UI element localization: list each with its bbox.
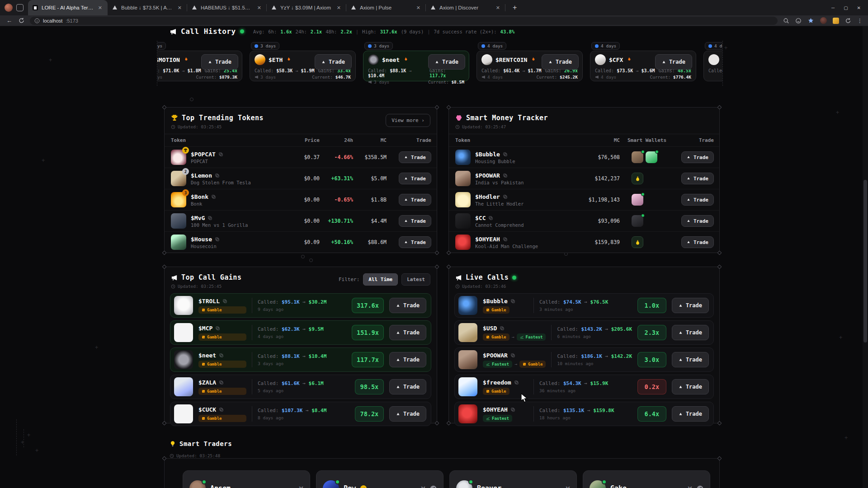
trade-button[interactable]: Trade bbox=[681, 194, 714, 206]
copy-icon[interactable] bbox=[222, 299, 227, 304]
table-row[interactable]: 3 $Bonk Bonk $0.00 -0.65% $1.8B Trade bbox=[165, 189, 437, 210]
trade-button[interactable]: Trade bbox=[672, 406, 709, 422]
live-call-row[interactable]: $USD Gamble → Fastest Called: $143.2K → … bbox=[454, 320, 714, 345]
table-row[interactable]: $POPCAT POPCAT $0.37 -4.66% $358.5M Trad… bbox=[165, 146, 437, 168]
copy-icon[interactable] bbox=[488, 216, 493, 221]
trade-button[interactable]: Trade bbox=[389, 325, 426, 340]
live-call-row[interactable]: $OHYEAH Fastest Called: $135.1K → $159.8… bbox=[454, 402, 714, 426]
moneybag-wallet-icon[interactable] bbox=[632, 173, 643, 184]
tab-lore-terminal[interactable]: LORE - AI Alpha Terminal ✕ bbox=[28, 0, 108, 15]
call-gain-row[interactable]: $TROLL Gamble Called: $95.1K → $30.2M 9 … bbox=[170, 293, 431, 318]
filter-all-time[interactable]: All Time bbox=[363, 273, 398, 286]
trade-button[interactable]: Trade bbox=[389, 406, 426, 422]
trade-button[interactable]: Trade bbox=[389, 379, 426, 394]
copy-icon[interactable] bbox=[215, 237, 220, 242]
tab-yzy-axiom[interactable]: YzY ↓ $3.09M | Axiom ✕ bbox=[267, 0, 346, 15]
call-gain-row[interactable]: $neet Gamble Called: $88.1K → $10.4M 3 d… bbox=[170, 347, 431, 372]
trade-button[interactable]: Trade bbox=[672, 352, 709, 367]
copy-icon[interactable] bbox=[208, 216, 212, 221]
call-card-rentcoin[interactable]: 4 days $RENTCOIN Trade Called: $61.4K → … bbox=[476, 51, 583, 81]
close-icon[interactable]: ✕ bbox=[415, 5, 422, 11]
bookmark-star-icon[interactable] bbox=[807, 17, 814, 24]
table-row[interactable]: $Hodler The Little Hodler $1,198,143 Tra… bbox=[449, 189, 719, 210]
trade-button[interactable]: Trade bbox=[389, 298, 426, 313]
copy-icon[interactable] bbox=[500, 326, 505, 331]
close-icon[interactable]: ✕ bbox=[256, 5, 263, 11]
filter-latest[interactable]: Latest bbox=[401, 273, 430, 286]
trade-button[interactable]: Trade bbox=[201, 54, 238, 70]
close-icon[interactable]: ✕ bbox=[97, 5, 104, 11]
wallet-avatar[interactable] bbox=[632, 215, 643, 227]
moneybag-wallet-icon[interactable] bbox=[632, 236, 643, 248]
call-gain-row[interactable]: $ZALA Gamble Called: $61.6K → $6.1M 5 da… bbox=[170, 375, 431, 399]
copy-icon[interactable] bbox=[215, 173, 220, 178]
copy-icon[interactable] bbox=[503, 237, 508, 242]
trade-button[interactable]: Trade bbox=[315, 54, 352, 70]
tab-axiom-pulse[interactable]: Axiom | Pulse ✕ bbox=[346, 0, 426, 15]
trade-button[interactable]: Trade bbox=[672, 379, 709, 394]
copy-icon[interactable] bbox=[219, 353, 224, 358]
new-tab-button[interactable]: + bbox=[509, 3, 520, 13]
tab-axiom-discover[interactable]: Axiom | Discover ✕ bbox=[426, 0, 505, 15]
trade-button[interactable]: Trade bbox=[681, 151, 714, 163]
trade-button[interactable]: Trade bbox=[399, 215, 431, 227]
account-avatar[interactable] bbox=[820, 17, 827, 24]
trade-button[interactable]: Trade bbox=[681, 215, 714, 227]
copy-icon[interactable] bbox=[218, 152, 223, 157]
trade-button[interactable]: Trade bbox=[681, 173, 714, 184]
call-gain-row[interactable]: $MCP Gamble Called: $62.3K → $9.5M 4 day… bbox=[170, 320, 431, 345]
trader-card-gake[interactable]: Gake X bbox=[583, 470, 710, 488]
trade-button[interactable]: Trade bbox=[672, 325, 709, 340]
browser-profile-avatar[interactable] bbox=[5, 4, 13, 12]
trade-button[interactable]: Trade bbox=[542, 54, 579, 70]
copy-icon[interactable] bbox=[219, 380, 224, 385]
table-row[interactable]: $CC Cannot Comprehend $93,096 Trade bbox=[449, 210, 719, 231]
tab-habemus-axiom[interactable]: HABEMUS ↓ $51.5K | Axiom ✕ bbox=[187, 0, 267, 15]
zoom-icon[interactable] bbox=[783, 18, 789, 24]
copy-icon[interactable] bbox=[215, 326, 220, 331]
tab-bubble-axiom[interactable]: Bubble ↓ $73.5K | Axiom ✕ bbox=[108, 0, 187, 15]
scrollbar-thumb[interactable] bbox=[863, 180, 867, 343]
wallet-avatar[interactable] bbox=[632, 194, 643, 206]
table-row[interactable]: $Bubble Housing Bubble $76,508 Trade bbox=[449, 146, 719, 168]
call-card-neet[interactable]: 3 days $neet Trade Called: $88.1K → $10.… bbox=[363, 51, 469, 81]
close-icon[interactable]: ✕ bbox=[335, 5, 342, 11]
trader-card-pow[interactable]: Pow ✓ X bbox=[316, 470, 443, 488]
extension-icon[interactable] bbox=[833, 18, 839, 24]
browser-menu-icon[interactable]: ⋮ bbox=[857, 18, 863, 24]
table-row[interactable]: $POOWAR India vs Pakistan $142,237 Trade bbox=[449, 168, 719, 189]
copy-icon[interactable] bbox=[514, 380, 519, 385]
view-more-button[interactable]: View more › bbox=[386, 114, 430, 127]
table-row[interactable]: $House Housecoin $0.09 +50.16% $88.6M Tr… bbox=[165, 231, 437, 253]
trade-button[interactable]: Trade bbox=[399, 173, 431, 184]
table-row[interactable]: $OHYEAH Kool-Aid Man Challenge $159,839 … bbox=[449, 231, 719, 253]
maximize-button[interactable]: ▢ bbox=[844, 5, 848, 10]
copy-icon[interactable] bbox=[503, 194, 508, 199]
live-call-row[interactable]: $freedom Gamble Called: $54.3K → $15.9K … bbox=[454, 375, 714, 399]
telegram-icon[interactable] bbox=[697, 485, 703, 488]
live-call-row[interactable]: $POOWAR Fastest → Gamble Called: $186.1K… bbox=[454, 347, 714, 372]
call-card-motion[interactable]: 3 days $MOTION Trade Called: $71.0K → $1… bbox=[157, 51, 242, 81]
copy-icon[interactable] bbox=[510, 407, 515, 412]
copy-icon[interactable] bbox=[503, 152, 508, 157]
copy-icon[interactable] bbox=[510, 299, 515, 304]
trade-button[interactable]: Trade bbox=[681, 236, 714, 248]
wallet-avatar[interactable] bbox=[632, 151, 643, 163]
emoji-icon[interactable] bbox=[795, 18, 802, 24]
minimize-button[interactable]: ─ bbox=[831, 5, 835, 10]
copy-icon[interactable] bbox=[503, 173, 508, 178]
copy-icon[interactable] bbox=[211, 194, 216, 199]
trader-card-beaver[interactable]: Beaver X bbox=[449, 470, 577, 488]
trade-button[interactable]: Trade bbox=[672, 298, 709, 313]
trader-card-ansem[interactable]: Ansem X bbox=[183, 470, 310, 488]
table-row[interactable]: $MvG 100 Men vs 1 Gorilla $0.00 +130.71%… bbox=[165, 210, 437, 231]
window-close-button[interactable]: ✕ bbox=[857, 5, 861, 10]
copy-icon[interactable] bbox=[219, 407, 224, 412]
x-social-icon[interactable]: X bbox=[299, 485, 303, 488]
reload-button[interactable] bbox=[19, 18, 24, 23]
site-info-icon[interactable] bbox=[34, 18, 40, 23]
trade-button[interactable]: Trade bbox=[399, 151, 431, 163]
trade-button[interactable]: Trade bbox=[399, 194, 431, 206]
x-social-icon[interactable]: X bbox=[421, 485, 425, 488]
live-call-row[interactable]: $Bubble Gamble Called: $74.5K → $76.5K 3… bbox=[454, 293, 714, 318]
